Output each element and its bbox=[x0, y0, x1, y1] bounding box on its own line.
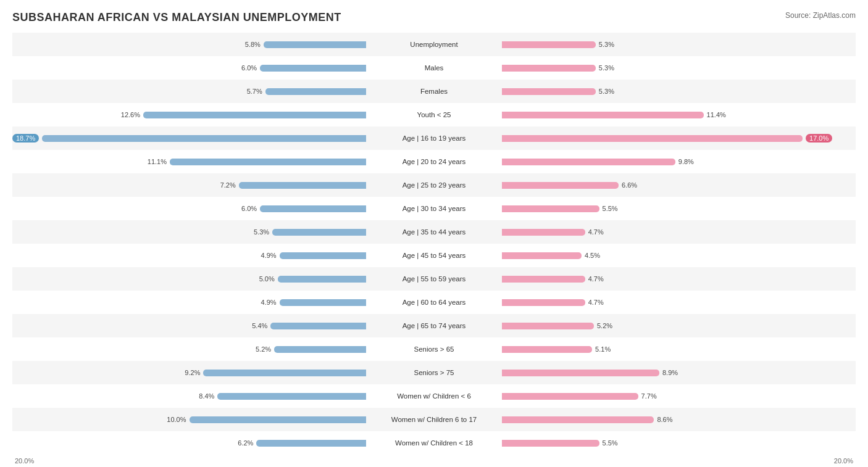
bar-right-value: 5.3% bbox=[599, 41, 614, 48]
table-row: 5.2% Seniors > 65 5.1% bbox=[12, 337, 856, 361]
bar-left-value: 6.2% bbox=[238, 439, 253, 447]
bar-blue bbox=[264, 41, 366, 48]
bar-left-value: 4.9% bbox=[261, 299, 277, 306]
bar-blue bbox=[260, 65, 366, 72]
left-side: 8.4% bbox=[12, 384, 366, 408]
row-label: Women w/ Children 6 to 17 bbox=[366, 408, 502, 431]
bar-left-value: 5.4% bbox=[252, 322, 267, 329]
bar-blue bbox=[256, 440, 366, 447]
bar-blue bbox=[260, 205, 366, 212]
bar-track-left: 5.4% bbox=[12, 322, 366, 330]
bar-blue bbox=[274, 346, 366, 353]
bar-right-value: 4.7% bbox=[588, 299, 604, 306]
row-label: Age | 25 to 29 years bbox=[366, 173, 502, 197]
bar-blue bbox=[190, 416, 367, 423]
left-side: 9.2% bbox=[12, 361, 366, 384]
bar-blue bbox=[270, 323, 366, 329]
bar-track-left: 5.8% bbox=[12, 41, 366, 49]
bar-right-value: 17.0% bbox=[806, 134, 832, 143]
row-label: Age | 20 to 24 years bbox=[366, 150, 502, 173]
right-side: 9.8% bbox=[502, 150, 856, 173]
bar-track-left: 5.3% bbox=[12, 228, 366, 236]
row-label: Age | 55 to 59 years bbox=[366, 267, 502, 291]
table-row: 5.3% Age | 35 to 44 years 4.7% bbox=[12, 220, 856, 244]
bar-track-left: 8.4% bbox=[12, 392, 366, 400]
chart-header: SUBSAHARAN AFRICAN VS MALAYSIAN UNEMPLOY… bbox=[12, 11, 856, 24]
bar-track-left: 7.2% bbox=[12, 181, 366, 189]
bar-pink bbox=[502, 229, 585, 236]
left-side: 5.8% bbox=[12, 33, 366, 56]
right-side: 7.7% bbox=[502, 384, 856, 408]
right-side: 4.7% bbox=[502, 220, 856, 244]
bar-blue bbox=[280, 252, 366, 259]
row-label: Age | 65 to 74 years bbox=[366, 314, 502, 337]
bar-track-right: 4.7% bbox=[502, 299, 856, 307]
bar-right-value: 8.6% bbox=[657, 416, 672, 423]
right-side: 5.5% bbox=[502, 431, 856, 455]
left-side: 10.0% bbox=[12, 408, 366, 431]
table-row: 5.0% Age | 55 to 59 years 4.7% bbox=[12, 267, 856, 291]
row-label: Seniors > 75 bbox=[366, 361, 502, 384]
bar-blue bbox=[42, 135, 366, 142]
left-side: 5.4% bbox=[12, 314, 366, 337]
right-side: 17.0% bbox=[502, 126, 856, 150]
bar-track-right: 4.5% bbox=[502, 252, 856, 260]
bar-right-value: 4.7% bbox=[588, 275, 604, 283]
row-label: Age | 45 to 54 years bbox=[366, 244, 502, 267]
bar-left-value: 12.6% bbox=[121, 111, 140, 118]
table-row: 5.8% Unemployment 5.3% bbox=[12, 33, 856, 56]
right-side: 8.6% bbox=[502, 408, 856, 431]
bar-right-value: 4.7% bbox=[588, 228, 604, 236]
bar-pink bbox=[502, 393, 638, 400]
left-side: 5.7% bbox=[12, 80, 366, 103]
bar-track-right: 5.5% bbox=[502, 439, 856, 447]
bar-left-value: 5.7% bbox=[247, 88, 262, 95]
bar-pink bbox=[502, 112, 704, 118]
bar-left-value: 10.0% bbox=[167, 416, 186, 423]
bar-pink bbox=[502, 159, 675, 165]
table-row: 5.7% Females 5.3% bbox=[12, 80, 856, 103]
bar-track-right: 9.8% bbox=[502, 158, 856, 166]
row-label: Women w/ Children < 18 bbox=[366, 431, 502, 455]
right-side: 5.3% bbox=[502, 56, 856, 80]
bar-left-value: 9.2% bbox=[185, 369, 200, 376]
right-side: 8.9% bbox=[502, 361, 856, 384]
chart-container: SUBSAHARAN AFRICAN VS MALAYSIAN UNEMPLOY… bbox=[0, 0, 868, 467]
axis-row: 20.0% 20.0% bbox=[12, 457, 856, 465]
right-side: 5.3% bbox=[502, 80, 856, 103]
bar-right-value: 7.7% bbox=[641, 392, 657, 400]
bar-left-value: 5.2% bbox=[256, 345, 271, 353]
bar-left-value: 8.4% bbox=[199, 392, 214, 400]
bar-left-value: 5.0% bbox=[259, 275, 275, 283]
bar-pink bbox=[502, 205, 599, 212]
bar-track-left: 6.2% bbox=[12, 439, 366, 447]
bar-track-left: 5.2% bbox=[12, 345, 366, 353]
row-label: Unemployment bbox=[366, 33, 502, 56]
bar-track-right: 6.6% bbox=[502, 181, 856, 189]
bar-track-left: 18.7% bbox=[12, 134, 366, 143]
row-label: Age | 30 to 34 years bbox=[366, 197, 502, 220]
table-row: 6.0% Age | 30 to 34 years 5.5% bbox=[12, 197, 856, 220]
left-side: 6.0% bbox=[12, 197, 366, 220]
bar-track-left: 6.0% bbox=[12, 64, 366, 72]
right-side: 5.2% bbox=[502, 314, 856, 337]
bar-blue bbox=[278, 276, 366, 283]
right-side: 11.4% bbox=[502, 103, 856, 126]
bar-right-value: 11.4% bbox=[707, 111, 726, 118]
bar-right-value: 8.9% bbox=[662, 369, 678, 376]
table-row: 12.6% Youth < 25 11.4% bbox=[12, 103, 856, 126]
table-row: 10.0% Women w/ Children 6 to 17 8.6% bbox=[12, 408, 856, 431]
right-side: 5.1% bbox=[502, 337, 856, 361]
row-label: Females bbox=[366, 80, 502, 103]
bar-pink bbox=[502, 276, 585, 283]
table-row: 8.4% Women w/ Children < 6 7.7% bbox=[12, 384, 856, 408]
axis-left-label: 20.0% bbox=[12, 457, 366, 465]
bar-track-left: 4.9% bbox=[12, 252, 366, 260]
bar-pink bbox=[502, 252, 582, 259]
bar-track-left: 11.1% bbox=[12, 158, 366, 166]
bar-pink bbox=[502, 370, 659, 376]
bar-right-value: 5.5% bbox=[603, 439, 618, 447]
bar-left-value: 5.8% bbox=[245, 41, 261, 48]
bar-track-right: 5.2% bbox=[502, 322, 856, 330]
bar-right-value: 5.3% bbox=[599, 88, 614, 95]
